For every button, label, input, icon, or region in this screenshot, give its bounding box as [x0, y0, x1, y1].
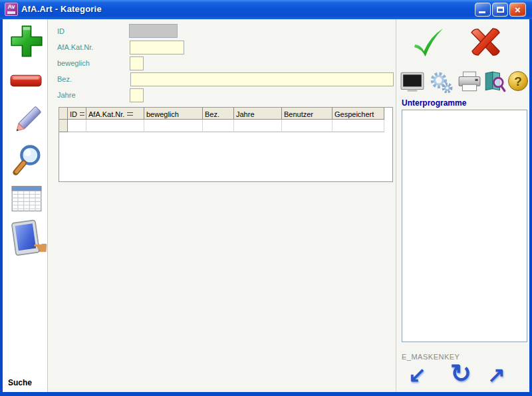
print-button[interactable]	[458, 71, 481, 94]
nav-back-arrow-icon[interactable]: ↙	[408, 364, 426, 385]
jahre-field[interactable]	[130, 88, 144, 102]
maximize-button[interactable]	[492, 3, 508, 17]
grid-selector-header	[59, 108, 68, 120]
help-button[interactable]: ?	[508, 71, 528, 91]
grid-col-id[interactable]: ID	[68, 108, 86, 120]
printer-icon	[458, 71, 481, 94]
screen-button[interactable]	[400, 72, 424, 93]
gears-icon	[428, 71, 454, 94]
bez-field[interactable]	[130, 72, 394, 86]
form-area: ID AfA.Kat.Nr. beweglich Bez. Jahre ID A…	[49, 19, 396, 392]
sort-icon	[127, 112, 133, 116]
delete-record-button[interactable]	[10, 72, 42, 90]
window-title: AfA.Art - Kategorie	[21, 4, 102, 14]
id-label: ID	[57, 27, 65, 35]
magnifier-icon	[10, 142, 45, 177]
grid-empty-row[interactable]	[59, 120, 392, 132]
action-panel: ? Unterprogramme E_MASKENKEY ↙ ↻ ↗	[397, 19, 529, 392]
id-field[interactable]	[129, 24, 178, 38]
grid-cell[interactable]	[86, 120, 144, 132]
beweglich-field[interactable]	[130, 56, 144, 70]
lookup-button[interactable]	[483, 70, 507, 93]
grid-col-gespeichert[interactable]: Gespeichert	[332, 108, 384, 120]
plus-icon	[9, 24, 44, 58]
grid-col-benutzer[interactable]: Benutzer	[282, 108, 332, 120]
check-icon	[409, 24, 448, 61]
ok-button[interactable]	[409, 24, 448, 61]
search-records-button[interactable]	[10, 142, 45, 177]
question-mark-icon: ?	[508, 71, 528, 91]
subprograms-label: Unterprogramme	[402, 98, 466, 108]
book-search-icon	[483, 70, 507, 93]
small-monitor-icon	[400, 72, 424, 93]
jahre-label: Jahre	[57, 91, 76, 99]
settings-button[interactable]	[428, 71, 454, 94]
grid-cell[interactable]	[234, 120, 282, 132]
grid-col-afa-kat-nr[interactable]: AfA.Kat.Nr.	[86, 108, 144, 120]
grid-cell[interactable]	[144, 120, 203, 132]
grid-cell[interactable]	[282, 120, 332, 132]
afa-kat-nr-field[interactable]	[130, 41, 184, 54]
search-status-label: Suche	[8, 378, 32, 387]
grid-cell[interactable]	[203, 120, 234, 132]
afa-kat-nr-label: AfA.Kat.Nr.	[57, 43, 93, 51]
grid-header-row: ID AfA.Kat.Nr. beweglich Bez. Jahre Benu…	[59, 108, 392, 120]
app-window: Av AfA.Art - Kategorie ×	[0, 0, 532, 396]
edit-record-button[interactable]	[11, 103, 43, 139]
grid-col-jahre[interactable]: Jahre	[234, 108, 282, 120]
cancel-button[interactable]	[466, 24, 505, 60]
pointing-hand-icon: ☚	[33, 238, 48, 258]
row-selector[interactable]	[59, 120, 68, 132]
add-record-button[interactable]	[9, 24, 44, 58]
beweglich-label: beweglich	[57, 59, 90, 67]
records-grid: ID AfA.Kat.Nr. beweglich Bez. Jahre Benu…	[59, 107, 393, 182]
toolbar-sidebar: ☚ Suche	[3, 19, 48, 392]
nav-refresh-arrow-icon[interactable]: ↻	[450, 361, 471, 386]
sort-icon	[80, 112, 84, 116]
nav-forward-arrow-icon[interactable]: ↗	[487, 364, 505, 385]
bez-label: Bez.	[57, 75, 72, 83]
grid-cell[interactable]	[68, 120, 86, 132]
app-icon: Av	[5, 3, 18, 16]
select-screen-button[interactable]: ☚	[9, 219, 45, 260]
app-icon-label: Av	[7, 3, 15, 10]
close-button[interactable]: ×	[509, 3, 526, 17]
subprograms-list[interactable]	[402, 110, 527, 342]
pencil-icon	[11, 103, 43, 139]
minimize-icon	[479, 11, 485, 13]
window-body: ☚ Suche ID AfA.Kat.Nr. beweglich Bez. Ja…	[3, 19, 529, 392]
grid-cell[interactable]	[332, 120, 384, 132]
grid-view-button[interactable]	[11, 183, 43, 214]
titlebar[interactable]: Av AfA.Art - Kategorie ×	[0, 0, 532, 19]
x-icon	[466, 24, 505, 60]
minimize-button[interactable]	[475, 3, 491, 17]
maximize-icon	[497, 7, 504, 13]
minus-icon	[10, 72, 42, 90]
table-icon	[11, 183, 43, 214]
grid-col-bez[interactable]: Bez.	[203, 108, 234, 120]
grid-col-beweglich[interactable]: beweglich	[144, 108, 203, 120]
